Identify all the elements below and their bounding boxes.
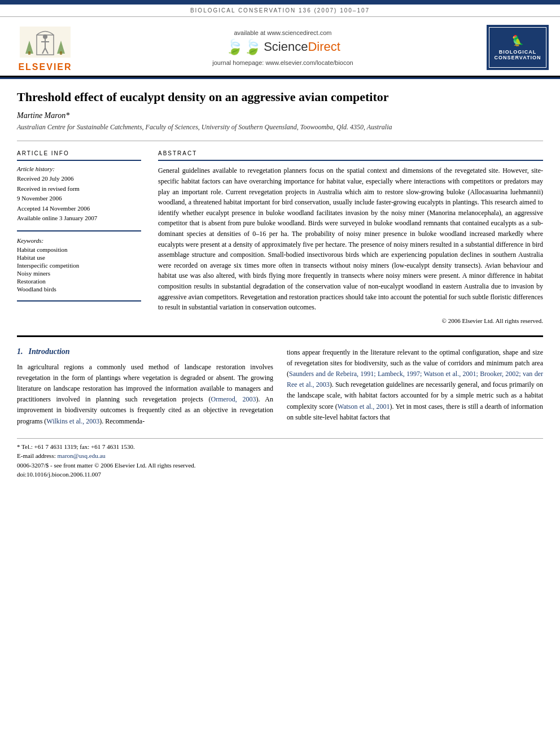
sciencedirect-logo: 🍃🍃 ScienceDirect (225, 38, 340, 56)
citation-saunders: Saunders and de Rebeira, 1991; Lambeck, … (287, 370, 543, 388)
elsevier-text: ELSEVIER (18, 62, 72, 72)
citation-ormerod: Ormerod, 2003 (211, 395, 256, 403)
author-name: Martine Maron* (17, 111, 543, 120)
keyword-5: Woodland birds (17, 286, 141, 292)
article-title: Threshold effect of eucalypt density on … (17, 89, 543, 106)
abstract-label: ABSTRACT (158, 150, 543, 156)
footnote-2: E-mail address: maron@usq.edu.au (17, 451, 543, 461)
available-at-text: available at www.sciencedirect.com (234, 29, 331, 36)
keyword-2: Interspecific competition (17, 262, 141, 269)
abstract-section: ABSTRACT General guidelines available to… (158, 150, 543, 324)
biocon-logo: 🦜 BIOLOGICAL CONSERVATION (487, 25, 549, 70)
article-info-panel: ARTICLE INFO Article history: Received 2… (17, 150, 141, 324)
section1-right-text: tions appear frequently in the literatur… (287, 347, 543, 423)
footnote-3: 0006-3207/$ - see front matter © 2006 El… (17, 461, 543, 470)
biocon-label2: CONSERVATION (494, 55, 541, 60)
keyword-3: Noisy miners (17, 270, 141, 277)
section1-left-text: In agricultural regions a commonly used … (17, 362, 273, 427)
right-column: tions appear frequently in the literatur… (287, 347, 543, 427)
svg-rect-8 (28, 51, 30, 55)
biocon-bird-icon: 🦜 (511, 34, 524, 47)
revised-date: 9 November 2006 (17, 194, 141, 203)
sd-leaf-icon: 🍃🍃 (225, 38, 261, 56)
received-date: Received 20 July 2006 (17, 174, 141, 183)
available-online: Available online 3 January 2007 (17, 214, 141, 222)
keywords-section: Keywords: Habitat composition Habitat us… (17, 237, 141, 292)
elsevier-tree-icon (20, 27, 71, 58)
svg-point-2 (43, 34, 47, 39)
keyword-1: Habitat use (17, 254, 141, 261)
footnote-section: * Tel.: +61 7 4631 1319; fax: +61 7 4631… (17, 438, 543, 479)
keyword-0: Habitat composition (17, 246, 141, 253)
section1-heading: 1.Introduction (17, 347, 273, 356)
section1-title: Introduction (29, 347, 70, 356)
citation-wilkins: Wilkins et al., 2003 (46, 417, 99, 425)
journal-ref: BIOLOGICAL CONSERVATION 136 (2007) 100–1… (0, 5, 560, 17)
keyword-4: Restoration (17, 278, 141, 285)
article-content: Threshold effect of eucalypt density on … (0, 89, 560, 479)
copyright: © 2006 Elsevier Ltd. All rights reserved… (158, 317, 543, 324)
sd-name: ScienceDirect (264, 40, 340, 54)
svg-rect-10 (60, 51, 62, 55)
biocon-label1: BIOLOGICAL (499, 49, 537, 55)
article-info-label: ARTICLE INFO (17, 150, 141, 156)
abstract-text: General guidelines available to revegeta… (158, 165, 543, 312)
section1-num: 1. (17, 347, 23, 356)
header-center: available at www.sciencedirect.com 🍃🍃 Sc… (79, 29, 487, 66)
email-link[interactable]: maron@usq.edu.au (57, 452, 105, 459)
journal-homepage: journal homepage: www.elsevier.com/locat… (212, 59, 353, 66)
citation-watson: Watson et al., 2001 (338, 403, 390, 410)
keywords-label: Keywords: (17, 237, 141, 244)
revised-label: Received in revised form (17, 185, 141, 193)
left-column: 1.Introduction In agricultural regions a… (17, 347, 273, 427)
accepted-date: Accepted 14 November 2006 (17, 204, 141, 213)
footnote-1: * Tel.: +61 7 4631 1319; fax: +61 7 4631… (17, 442, 543, 452)
elsevier-logo: ELSEVIER (11, 23, 79, 72)
body-columns: 1.Introduction In agricultural regions a… (17, 347, 543, 427)
journal-header: ELSEVIER available at www.sciencedirect.… (0, 17, 560, 77)
journal-ref-text: BIOLOGICAL CONSERVATION 136 (2007) 100–1… (190, 7, 370, 14)
article-meta: ARTICLE INFO Article history: Received 2… (17, 150, 543, 324)
author-affiliation: Australian Centre for Sustainable Catchm… (17, 123, 543, 132)
article-history-label: Article history: (17, 165, 141, 172)
footnote-4: doi:10.1016/j.biocon.2006.11.007 (17, 470, 543, 479)
